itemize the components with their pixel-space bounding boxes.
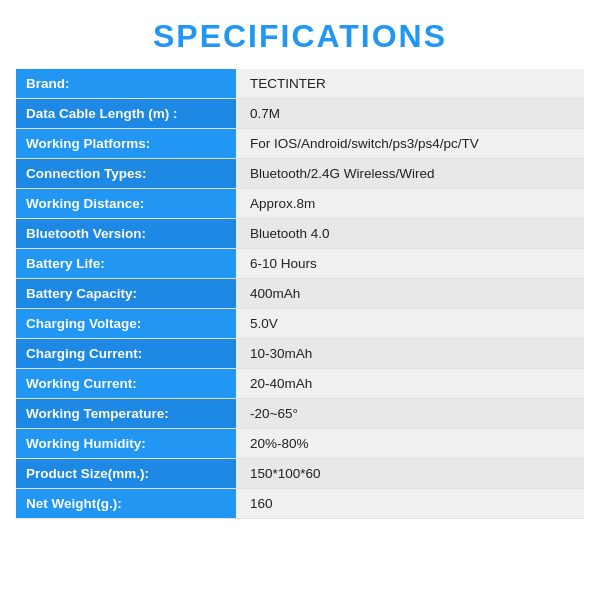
spec-label: Net Weight(g.): (16, 489, 236, 519)
spec-label: Data Cable Length (m) : (16, 99, 236, 129)
spec-value: 20%-80% (236, 429, 584, 459)
spec-value: 0.7M (236, 99, 584, 129)
spec-label: Bluetooth Version: (16, 219, 236, 249)
table-row: Connection Types:Bluetooth/2.4G Wireless… (16, 159, 584, 189)
table-row: Charging Voltage:5.0V (16, 309, 584, 339)
spec-label: Working Distance: (16, 189, 236, 219)
spec-value: 10-30mAh (236, 339, 584, 369)
spec-label: Battery Capacity: (16, 279, 236, 309)
spec-label: Working Platforms: (16, 129, 236, 159)
table-row: Net Weight(g.):160 (16, 489, 584, 519)
spec-value: For IOS/Android/switch/ps3/ps4/pc/TV (236, 129, 584, 159)
table-row: Bluetooth Version:Bluetooth 4.0 (16, 219, 584, 249)
table-row: Working Temperature:-20~65° (16, 399, 584, 429)
spec-label: Working Humidity: (16, 429, 236, 459)
table-row: Battery Life:6-10 Hours (16, 249, 584, 279)
table-row: Working Distance:Approx.8m (16, 189, 584, 219)
table-row: Brand:TECTINTER (16, 69, 584, 99)
specs-table: Brand:TECTINTERData Cable Length (m) :0.… (16, 69, 584, 519)
table-row: Charging Current:10-30mAh (16, 339, 584, 369)
page-container: SPECIFICATIONS Brand:TECTINTERData Cable… (0, 0, 600, 600)
table-row: Data Cable Length (m) :0.7M (16, 99, 584, 129)
spec-value: 160 (236, 489, 584, 519)
table-row: Battery Capacity:400mAh (16, 279, 584, 309)
spec-value: 5.0V (236, 309, 584, 339)
spec-value: 20-40mAh (236, 369, 584, 399)
spec-value: -20~65° (236, 399, 584, 429)
spec-label: Connection Types: (16, 159, 236, 189)
page-title: SPECIFICATIONS (153, 18, 447, 55)
table-row: Working Platforms:For IOS/Android/switch… (16, 129, 584, 159)
spec-value: Bluetooth 4.0 (236, 219, 584, 249)
spec-value: 6-10 Hours (236, 249, 584, 279)
spec-value: TECTINTER (236, 69, 584, 99)
spec-label: Brand: (16, 69, 236, 99)
spec-value: 150*100*60 (236, 459, 584, 489)
spec-label: Charging Voltage: (16, 309, 236, 339)
table-row: Working Current:20-40mAh (16, 369, 584, 399)
spec-label: Working Current: (16, 369, 236, 399)
spec-label: Working Temperature: (16, 399, 236, 429)
spec-label: Product Size(mm.): (16, 459, 236, 489)
table-row: Working Humidity:20%-80% (16, 429, 584, 459)
spec-label: Charging Current: (16, 339, 236, 369)
spec-value: Approx.8m (236, 189, 584, 219)
spec-value: 400mAh (236, 279, 584, 309)
table-row: Product Size(mm.):150*100*60 (16, 459, 584, 489)
spec-label: Battery Life: (16, 249, 236, 279)
spec-value: Bluetooth/2.4G Wireless/Wired (236, 159, 584, 189)
